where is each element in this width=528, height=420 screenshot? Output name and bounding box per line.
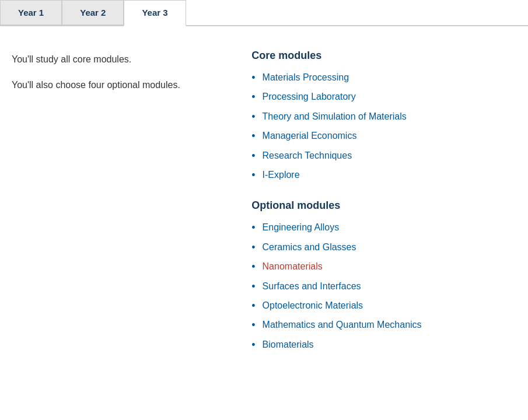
- list-item: Managerial Economics: [251, 130, 516, 143]
- list-item: Engineering Alloys: [251, 221, 516, 235]
- tabs-container: Year 1 Year 2 Year 3: [0, 0, 528, 26]
- tab-year1[interactable]: Year 1: [0, 0, 62, 25]
- list-item: Research Techniques: [251, 149, 516, 163]
- core-module-link[interactable]: Managerial Economics: [263, 130, 357, 142]
- core-module-link[interactable]: I-Explore: [263, 169, 300, 181]
- optional-module-link[interactable]: Ceramics and Glasses: [263, 241, 356, 254]
- list-item: Nanomaterials: [251, 260, 516, 274]
- tab-year2[interactable]: Year 2: [62, 0, 124, 25]
- core-modules-list: Materials Processing Processing Laborato…: [251, 71, 516, 182]
- optional-modules-text: You'll also choose four optional modules…: [12, 78, 228, 92]
- list-item: Surfaces and Interfaces: [251, 280, 516, 293]
- core-modules-text: You'll study all core modules.: [12, 52, 228, 66]
- content-area: You'll study all core modules. You'll al…: [0, 26, 528, 369]
- list-item: Biomaterials: [251, 338, 516, 352]
- core-module-link[interactable]: Materials Processing: [263, 71, 349, 84]
- list-item: I-Explore: [251, 169, 516, 182]
- optional-module-link[interactable]: Surfaces and Interfaces: [263, 280, 361, 293]
- list-item: Theory and Simulation of Materials: [251, 110, 516, 124]
- list-item: Ceramics and Glasses: [251, 241, 516, 254]
- optional-modules-title: Optional modules: [251, 200, 516, 212]
- core-module-link[interactable]: Research Techniques: [263, 149, 352, 162]
- optional-modules-list: Engineering Alloys Ceramics and Glasses …: [251, 221, 516, 352]
- optional-module-link[interactable]: Mathematics and Quantum Mechanics: [263, 318, 422, 331]
- list-item: Processing Laboratory: [251, 90, 516, 104]
- optional-module-link[interactable]: Optoelectronic Materials: [263, 299, 363, 312]
- list-item: Mathematics and Quantum Mechanics: [251, 318, 516, 332]
- optional-module-link[interactable]: Nanomaterials: [263, 260, 323, 273]
- core-module-link[interactable]: Theory and Simulation of Materials: [263, 110, 407, 123]
- tab-year3[interactable]: Year 3: [124, 0, 186, 26]
- core-module-link[interactable]: Processing Laboratory: [263, 90, 356, 103]
- optional-module-link[interactable]: Biomaterials: [263, 338, 314, 351]
- optional-module-link[interactable]: Engineering Alloys: [263, 221, 340, 234]
- core-modules-title: Core modules: [251, 50, 516, 62]
- list-item: Materials Processing: [251, 71, 516, 85]
- left-panel: You'll study all core modules. You'll al…: [12, 50, 228, 358]
- list-item: Optoelectronic Materials: [251, 299, 516, 313]
- right-panel: Core modules Materials Processing Proces…: [251, 50, 516, 358]
